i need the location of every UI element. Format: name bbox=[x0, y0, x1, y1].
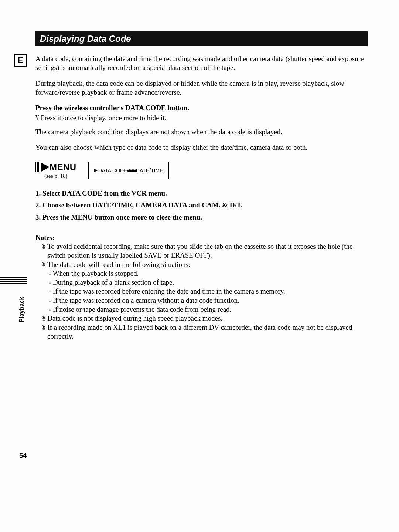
content: Displaying Data Code A data code, contai… bbox=[35, 31, 368, 341]
press-title: Press the wireless controller s DATA COD… bbox=[35, 104, 189, 112]
menu-caption: (see p. 18) bbox=[44, 173, 68, 179]
page-number: 54 bbox=[19, 452, 27, 460]
note-bullet-1: ¥ To avoid accidental recording, make su… bbox=[35, 242, 368, 260]
menu-stripes-icon bbox=[35, 162, 40, 172]
left-gutter: E bbox=[14, 54, 27, 67]
note-sub-2: - During playback of a blank section of … bbox=[35, 278, 368, 287]
steps-list: 1. Select DATA CODE from the VCR menu. 2… bbox=[35, 189, 368, 222]
intro-paragraph-1: A data code, containing the date and tim… bbox=[35, 54, 368, 72]
menu-row: MENU (see p. 18) DATA CODE¥¥¥DATE/TIME bbox=[35, 162, 368, 179]
play-small-icon bbox=[94, 169, 98, 172]
press-bullet: ¥ Press it once to display, once more to… bbox=[35, 113, 368, 122]
svg-marker-0 bbox=[41, 162, 50, 172]
step-1: 1. Select DATA CODE from the VCR menu. bbox=[35, 189, 368, 198]
menu-icon: MENU (see p. 18) bbox=[35, 162, 76, 179]
playback-condition-paragraph: The camera playback condition displays a… bbox=[35, 128, 368, 136]
data-code-box: DATA CODE¥¥¥DATE/TIME bbox=[88, 162, 169, 179]
intro-paragraph-2: During playback, the data code can be di… bbox=[35, 79, 368, 97]
notes-block: Notes: ¥ To avoid accidental recording, … bbox=[35, 233, 368, 341]
section-tab-bars bbox=[0, 277, 27, 285]
step-2: 2. Choose between DATE/TIME, CAMERA DATA… bbox=[35, 201, 368, 210]
note-sub-3: - If the tape was recorded before enteri… bbox=[35, 287, 368, 296]
note-sub-1: - When the playback is stopped. bbox=[35, 269, 368, 278]
press-instruction: Press the wireless controller s DATA COD… bbox=[35, 104, 368, 112]
page-title: Displaying Data Code bbox=[35, 31, 368, 46]
note-bullet-3: ¥ Data code is not displayed during high… bbox=[35, 314, 368, 323]
data-code-box-text: DATA CODE¥¥¥DATE/TIME bbox=[98, 167, 163, 173]
note-sub-5: - If noise or tape damage prevents the d… bbox=[35, 305, 368, 314]
note-sub-4: - If the tape was recorded on a camera w… bbox=[35, 296, 368, 305]
choose-type-paragraph: You can also choose which type of data c… bbox=[35, 143, 368, 152]
step-3: 3. Press the MENU button once more to cl… bbox=[35, 213, 368, 222]
play-triangle-icon bbox=[41, 162, 50, 172]
page: E Playback Displaying Data Code A data c… bbox=[0, 0, 399, 532]
menu-word: MENU bbox=[50, 162, 76, 172]
language-indicator: E bbox=[14, 54, 27, 67]
section-tab: Playback bbox=[0, 277, 27, 287]
note-bullet-2: ¥ The data code will read in the followi… bbox=[35, 260, 368, 269]
note-bullet-4: ¥ If a recording made on XL1 is played b… bbox=[35, 323, 368, 341]
notes-heading: Notes: bbox=[35, 233, 368, 242]
section-tab-label: Playback bbox=[18, 297, 25, 322]
svg-marker-1 bbox=[94, 169, 98, 172]
